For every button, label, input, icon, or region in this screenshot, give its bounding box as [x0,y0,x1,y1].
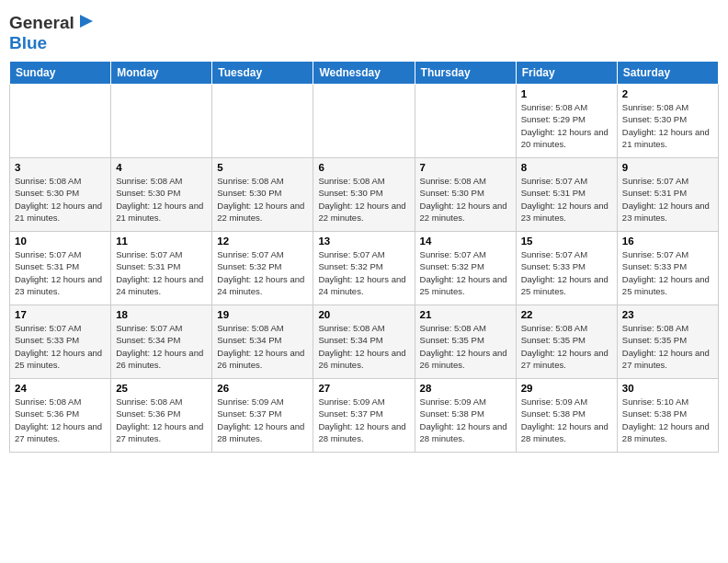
day-info: Sunrise: 5:08 AM Sunset: 5:34 PM Dayligh… [217,322,308,371]
page-header: General Blue [9,9,719,53]
day-info: Sunrise: 5:07 AM Sunset: 5:34 PM Dayligh… [116,322,207,371]
logo-general: General [9,13,74,32]
day-info: Sunrise: 5:08 AM Sunset: 5:30 PM Dayligh… [622,101,713,150]
day-info: Sunrise: 5:08 AM Sunset: 5:35 PM Dayligh… [420,322,511,371]
calendar-week-row: 1Sunrise: 5:08 AM Sunset: 5:29 PM Daylig… [10,85,719,158]
day-number: 14 [420,236,511,247]
day-number: 30 [622,383,713,394]
calendar-cell: 3Sunrise: 5:08 AM Sunset: 5:30 PM Daylig… [10,158,111,232]
calendar-table: SundayMondayTuesdayWednesdayThursdayFrid… [9,61,719,453]
weekday-header-saturday: Saturday [617,62,718,85]
day-info: Sunrise: 5:09 AM Sunset: 5:38 PM Dayligh… [521,396,612,444]
day-info: Sunrise: 5:08 AM Sunset: 5:30 PM Dayligh… [420,175,511,224]
day-info: Sunrise: 5:07 AM Sunset: 5:31 PM Dayligh… [15,248,106,297]
day-info: Sunrise: 5:08 AM Sunset: 5:35 PM Dayligh… [622,322,713,371]
calendar-cell: 6Sunrise: 5:08 AM Sunset: 5:30 PM Daylig… [313,158,415,232]
weekday-header-thursday: Thursday [415,62,516,85]
day-number: 5 [217,162,308,173]
calendar-cell: 19Sunrise: 5:08 AM Sunset: 5:34 PM Dayli… [212,305,313,379]
logo-flag-icon [76,13,97,33]
calendar-cell: 14Sunrise: 5:07 AM Sunset: 5:32 PM Dayli… [415,232,516,305]
calendar-cell [212,85,313,158]
calendar-cell: 2Sunrise: 5:08 AM Sunset: 5:30 PM Daylig… [617,85,718,158]
day-number: 18 [116,309,207,320]
day-number: 3 [15,162,106,173]
day-info: Sunrise: 5:08 AM Sunset: 5:30 PM Dayligh… [116,175,207,224]
day-number: 13 [318,236,409,247]
calendar-week-row: 3Sunrise: 5:08 AM Sunset: 5:30 PM Daylig… [10,158,719,232]
calendar-cell: 11Sunrise: 5:07 AM Sunset: 5:31 PM Dayli… [111,232,212,305]
calendar-cell: 13Sunrise: 5:07 AM Sunset: 5:32 PM Dayli… [313,232,415,305]
day-number: 25 [116,383,207,394]
day-info: Sunrise: 5:07 AM Sunset: 5:31 PM Dayligh… [116,248,207,297]
svg-marker-0 [80,15,93,28]
day-number: 28 [420,383,511,394]
calendar-cell: 12Sunrise: 5:07 AM Sunset: 5:32 PM Dayli… [212,232,313,305]
day-info: Sunrise: 5:09 AM Sunset: 5:37 PM Dayligh… [318,396,409,444]
calendar-cell: 15Sunrise: 5:07 AM Sunset: 5:33 PM Dayli… [516,232,617,305]
day-info: Sunrise: 5:08 AM Sunset: 5:30 PM Dayligh… [15,175,106,224]
day-number: 11 [116,236,207,247]
day-number: 20 [318,309,409,320]
calendar-cell: 23Sunrise: 5:08 AM Sunset: 5:35 PM Dayli… [617,305,718,379]
calendar-cell: 28Sunrise: 5:09 AM Sunset: 5:38 PM Dayli… [415,379,516,453]
day-info: Sunrise: 5:07 AM Sunset: 5:32 PM Dayligh… [217,248,308,297]
calendar-cell: 10Sunrise: 5:07 AM Sunset: 5:31 PM Dayli… [10,232,111,305]
day-info: Sunrise: 5:09 AM Sunset: 5:38 PM Dayligh… [420,396,511,444]
day-number: 8 [521,162,612,173]
day-info: Sunrise: 5:08 AM Sunset: 5:34 PM Dayligh… [318,322,409,371]
weekday-header-monday: Monday [111,62,212,85]
calendar-cell [111,85,212,158]
calendar-cell: 25Sunrise: 5:08 AM Sunset: 5:36 PM Dayli… [111,379,212,453]
day-info: Sunrise: 5:08 AM Sunset: 5:36 PM Dayligh… [15,396,106,444]
day-number: 24 [15,383,106,394]
calendar-cell [10,85,111,158]
day-info: Sunrise: 5:07 AM Sunset: 5:33 PM Dayligh… [622,248,713,297]
day-info: Sunrise: 5:07 AM Sunset: 5:32 PM Dayligh… [420,248,511,297]
day-number: 10 [15,236,106,247]
calendar-cell [415,85,516,158]
calendar-cell: 7Sunrise: 5:08 AM Sunset: 5:30 PM Daylig… [415,158,516,232]
day-number: 6 [318,162,409,173]
day-number: 1 [521,88,612,99]
day-info: Sunrise: 5:07 AM Sunset: 5:33 PM Dayligh… [15,322,106,371]
day-number: 15 [521,236,612,247]
day-info: Sunrise: 5:08 AM Sunset: 5:29 PM Dayligh… [521,101,612,150]
calendar-cell: 17Sunrise: 5:07 AM Sunset: 5:33 PM Dayli… [10,305,111,379]
day-info: Sunrise: 5:09 AM Sunset: 5:37 PM Dayligh… [217,396,308,444]
calendar-week-row: 24Sunrise: 5:08 AM Sunset: 5:36 PM Dayli… [10,379,719,453]
calendar-cell [313,85,415,158]
day-number: 19 [217,309,308,320]
day-info: Sunrise: 5:08 AM Sunset: 5:30 PM Dayligh… [217,175,308,224]
calendar-cell: 5Sunrise: 5:08 AM Sunset: 5:30 PM Daylig… [212,158,313,232]
logo-blue: Blue [9,33,97,53]
day-info: Sunrise: 5:07 AM Sunset: 5:31 PM Dayligh… [622,175,713,224]
calendar-cell: 18Sunrise: 5:07 AM Sunset: 5:34 PM Dayli… [111,305,212,379]
day-number: 2 [622,88,713,99]
day-info: Sunrise: 5:07 AM Sunset: 5:31 PM Dayligh… [521,175,612,224]
calendar-cell: 20Sunrise: 5:08 AM Sunset: 5:34 PM Dayli… [313,305,415,379]
day-info: Sunrise: 5:10 AM Sunset: 5:38 PM Dayligh… [622,396,713,444]
weekday-header-sunday: Sunday [10,62,111,85]
calendar-week-row: 10Sunrise: 5:07 AM Sunset: 5:31 PM Dayli… [10,232,719,305]
calendar-header-row: SundayMondayTuesdayWednesdayThursdayFrid… [10,62,719,85]
calendar-cell: 29Sunrise: 5:09 AM Sunset: 5:38 PM Dayli… [516,379,617,453]
calendar-cell: 30Sunrise: 5:10 AM Sunset: 5:38 PM Dayli… [617,379,718,453]
calendar-cell: 22Sunrise: 5:08 AM Sunset: 5:35 PM Dayli… [516,305,617,379]
day-number: 9 [622,162,713,173]
logo: General Blue [9,13,97,53]
calendar-week-row: 17Sunrise: 5:07 AM Sunset: 5:33 PM Dayli… [10,305,719,379]
calendar-cell: 21Sunrise: 5:08 AM Sunset: 5:35 PM Dayli… [415,305,516,379]
weekday-header-tuesday: Tuesday [212,62,313,85]
calendar-cell: 9Sunrise: 5:07 AM Sunset: 5:31 PM Daylig… [617,158,718,232]
day-info: Sunrise: 5:07 AM Sunset: 5:32 PM Dayligh… [318,248,409,297]
day-info: Sunrise: 5:07 AM Sunset: 5:33 PM Dayligh… [521,248,612,297]
day-number: 12 [217,236,308,247]
calendar-cell: 16Sunrise: 5:07 AM Sunset: 5:33 PM Dayli… [617,232,718,305]
day-number: 23 [622,309,713,320]
day-info: Sunrise: 5:08 AM Sunset: 5:35 PM Dayligh… [521,322,612,371]
calendar-cell: 1Sunrise: 5:08 AM Sunset: 5:29 PM Daylig… [516,85,617,158]
calendar-cell: 8Sunrise: 5:07 AM Sunset: 5:31 PM Daylig… [516,158,617,232]
calendar-cell: 24Sunrise: 5:08 AM Sunset: 5:36 PM Dayli… [10,379,111,453]
day-info: Sunrise: 5:08 AM Sunset: 5:36 PM Dayligh… [116,396,207,444]
